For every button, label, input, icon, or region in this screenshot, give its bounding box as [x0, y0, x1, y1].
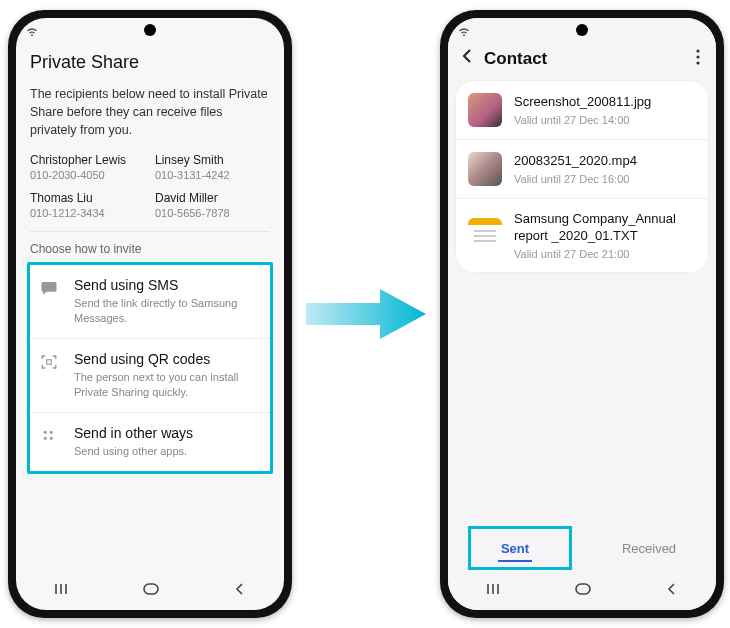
- option-sub: The person next to you can install Priva…: [74, 370, 260, 400]
- file-name: Screenshot_200811.jpg: [514, 94, 651, 111]
- recipient: David Miller 010-5656-7878: [155, 191, 270, 219]
- back-icon[interactable]: [456, 48, 478, 69]
- front-camera-dot: [144, 24, 156, 36]
- invite-options-highlight: Send using SMS Send the link directly to…: [27, 262, 273, 473]
- recipient-number: 010-2030-4050: [30, 169, 145, 181]
- recipient: Linsey Smith 010-3131-4242: [155, 153, 270, 181]
- svg-point-1: [44, 431, 47, 434]
- svg-rect-0: [47, 360, 52, 365]
- recipient-name: David Miller: [155, 191, 270, 205]
- front-camera-dot: [576, 24, 588, 36]
- more-icon[interactable]: [690, 49, 706, 69]
- page-title: Private Share: [30, 52, 270, 73]
- recipient-name: Thomas Liu: [30, 191, 145, 205]
- divider: [30, 231, 270, 232]
- file-row[interactable]: Samsung Company_Annual report _2020_01.T…: [456, 198, 708, 272]
- screen-left: Private Share The recipients below need …: [16, 18, 284, 610]
- recipient: Christopher Lewis 010-2030-4050: [30, 153, 145, 181]
- phone-mockup-left: Private Share The recipients below need …: [8, 10, 292, 618]
- recipient-number: 010-3131-4242: [155, 169, 270, 181]
- option-title: Send in other ways: [74, 425, 193, 441]
- file-name: Samsung Company_Annual report _2020_01.T…: [514, 211, 696, 245]
- svg-point-10: [696, 55, 699, 58]
- phone-mockup-right: Contact Screenshot_200811.jpg Valid unti…: [440, 10, 724, 618]
- chat-icon: [40, 279, 62, 301]
- svg-point-11: [696, 61, 699, 64]
- wifi-icon: [26, 27, 38, 37]
- file-valid: Valid until 27 Dec 16:00: [514, 173, 637, 185]
- svg-point-9: [696, 49, 699, 52]
- option-sub: Send using other apps.: [74, 444, 193, 459]
- file-row[interactable]: 20083251_2020.mp4 Valid until 27 Dec 16:…: [456, 139, 708, 198]
- file-thumbnail: [468, 218, 502, 252]
- nav-recents-icon[interactable]: [485, 582, 501, 599]
- svg-point-4: [50, 437, 53, 440]
- nav-home-icon[interactable]: [574, 582, 592, 599]
- option-sub: Send the link directly to Samsung Messag…: [74, 296, 260, 326]
- nav-back-icon[interactable]: [665, 582, 679, 599]
- svg-rect-8: [144, 584, 158, 594]
- tab-sent[interactable]: Sent: [448, 529, 582, 568]
- header-title: Contact: [484, 49, 690, 69]
- choose-invite-label: Choose how to invite: [30, 242, 270, 256]
- file-thumbnail: [468, 152, 502, 186]
- android-nav-bar: [448, 570, 716, 610]
- recipient: Thomas Liu 010-1212-3434: [30, 191, 145, 219]
- nav-recents-icon[interactable]: [53, 582, 69, 599]
- recipient-grid: Christopher Lewis 010-2030-4050 Linsey S…: [30, 153, 270, 219]
- file-card: Screenshot_200811.jpg Valid until 27 Dec…: [456, 81, 708, 272]
- nav-back-icon[interactable]: [233, 582, 247, 599]
- file-row[interactable]: Screenshot_200811.jpg Valid until 27 Dec…: [456, 81, 708, 139]
- wifi-icon: [458, 27, 470, 37]
- arrow-icon: [306, 285, 426, 343]
- screen-right: Contact Screenshot_200811.jpg Valid unti…: [448, 18, 716, 610]
- recipient-number: 010-5656-7878: [155, 207, 270, 219]
- option-title: Send using QR codes: [74, 351, 260, 367]
- nav-home-icon[interactable]: [142, 582, 160, 599]
- file-valid: Valid until 27 Dec 21:00: [514, 248, 696, 260]
- svg-point-3: [44, 437, 47, 440]
- tab-received[interactable]: Received: [582, 529, 716, 568]
- file-valid: Valid until 27 Dec 14:00: [514, 114, 651, 126]
- android-nav-bar: [16, 570, 284, 610]
- svg-rect-15: [576, 584, 590, 594]
- option-title: Send using SMS: [74, 277, 260, 293]
- qr-icon: [40, 353, 62, 375]
- recipient-name: Christopher Lewis: [30, 153, 145, 167]
- recipient-name: Linsey Smith: [155, 153, 270, 167]
- option-send-sms[interactable]: Send using SMS Send the link directly to…: [30, 265, 270, 338]
- tabs: Sent Received: [448, 529, 716, 568]
- header: Contact: [448, 42, 716, 77]
- recipient-number: 010-1212-3434: [30, 207, 145, 219]
- file-thumbnail: [468, 93, 502, 127]
- file-name: 20083251_2020.mp4: [514, 153, 637, 170]
- svg-point-2: [50, 431, 53, 434]
- apps-icon: [40, 427, 62, 449]
- option-send-other[interactable]: Send in other ways Send using other apps…: [30, 412, 270, 471]
- page-description: The recipients below need to install Pri…: [30, 85, 270, 139]
- option-send-qr[interactable]: Send using QR codes The person next to y…: [30, 338, 270, 412]
